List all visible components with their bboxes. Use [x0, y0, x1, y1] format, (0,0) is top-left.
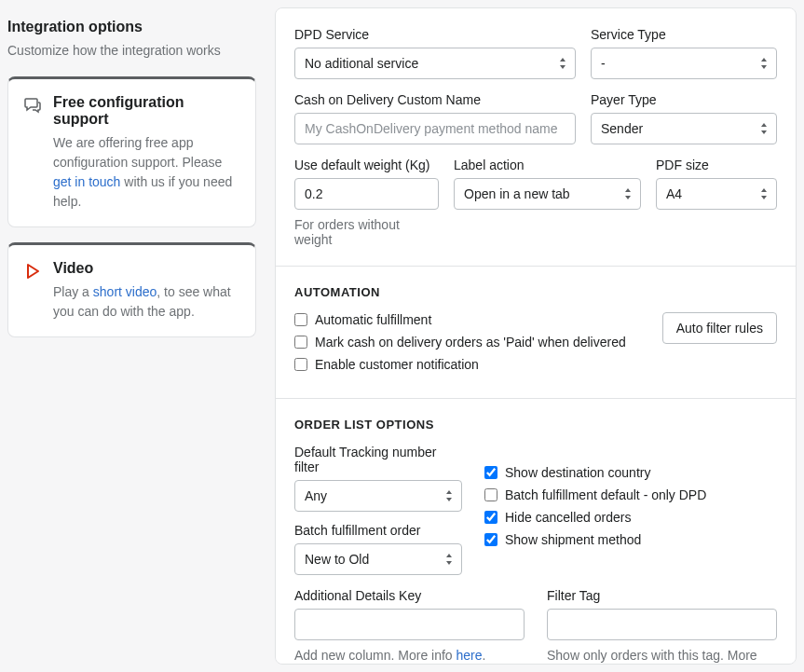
pdf-size-select[interactable]: A4 [656, 178, 777, 210]
show-destination-checkbox[interactable] [484, 466, 497, 479]
auto-fulfillment-label[interactable]: Automatic fulfillment [315, 312, 431, 327]
label-action-label: Label action [454, 158, 641, 172]
enable-notification-label[interactable]: Enable customer notification [315, 357, 479, 372]
cod-name-input[interactable] [294, 113, 576, 144]
hide-cancelled-label[interactable]: Hide cancelled orders [505, 510, 631, 525]
tracking-filter-label: Default Tracking number filter [294, 445, 462, 474]
filter-tag-link[interactable]: here [571, 663, 597, 665]
pdf-size-label: PDF size [656, 158, 777, 172]
divider [276, 398, 796, 399]
show-destination-label[interactable]: Show destination country [505, 465, 650, 480]
tracking-filter-select[interactable]: Any [294, 480, 462, 512]
auto-fulfillment-checkbox[interactable] [294, 313, 307, 326]
default-weight-input[interactable] [294, 178, 439, 210]
hide-cancelled-checkbox[interactable] [484, 511, 497, 524]
support-card: Free configuration support We are offeri… [7, 76, 256, 227]
additional-key-helper: Add new column. More info here. [294, 648, 525, 663]
filter-tag-input[interactable] [547, 609, 777, 640]
additional-key-link[interactable]: here [457, 648, 483, 663]
mark-paid-checkbox[interactable] [294, 336, 307, 349]
support-card-body: We are offering free app configuration s… [53, 133, 240, 212]
filter-tag-helper: Show only orders with this tag. More inf… [547, 648, 777, 665]
default-weight-label: Use default weight (Kg) [294, 158, 439, 172]
get-in-touch-link[interactable]: get in touch [53, 174, 120, 189]
additional-key-label: Additional Details Key [294, 588, 525, 603]
show-shipment-label[interactable]: Show shipment method [505, 532, 641, 547]
payer-type-select[interactable]: Sender [591, 113, 777, 144]
dpd-service-label: DPD Service [294, 27, 576, 42]
short-video-link[interactable]: short video [93, 284, 157, 299]
label-action-select[interactable]: Open in a new tab [454, 178, 641, 210]
filter-tag-label: Filter Tag [547, 588, 777, 603]
dpd-service-select[interactable]: No aditional service [294, 48, 576, 79]
automation-title: AUTOMATION [294, 285, 777, 299]
play-icon [23, 262, 42, 281]
sidebar: Integration options Customize how the in… [0, 0, 256, 672]
service-type-select[interactable]: - [591, 48, 777, 79]
page-subtitle: Customize how the integration works [7, 43, 256, 58]
support-card-title: Free configuration support [53, 94, 240, 128]
service-type-label: Service Type [591, 27, 777, 42]
enable-notification-checkbox[interactable] [294, 358, 307, 371]
video-card-body: Play a short video, to see what you can … [53, 282, 240, 322]
batch-dpd-label[interactable]: Batch fulfillment default - only DPD [505, 487, 706, 502]
divider [276, 266, 796, 267]
cod-name-label: Cash on Delivery Custom Name [294, 92, 576, 107]
main-panel: DPD Service No aditional service Service… [275, 7, 797, 665]
batch-order-select[interactable]: New to Old [294, 543, 462, 575]
order-list-title: ORDER LIST OPTIONS [294, 418, 777, 432]
batch-order-label: Batch fulfillment order [294, 523, 462, 538]
chat-icon [23, 96, 42, 115]
page-title: Integration options [7, 19, 256, 35]
auto-filter-rules-button[interactable]: Auto filter rules [662, 312, 777, 344]
additional-key-input[interactable] [294, 609, 525, 640]
video-card: Video Play a short video, to see what yo… [7, 242, 256, 337]
default-weight-helper: For orders without weight [294, 217, 439, 247]
mark-paid-label[interactable]: Mark cash on delivery orders as 'Paid' w… [315, 335, 626, 350]
batch-dpd-checkbox[interactable] [484, 488, 497, 501]
payer-type-label: Payer Type [591, 92, 777, 107]
show-shipment-checkbox[interactable] [484, 533, 497, 546]
video-card-title: Video [53, 260, 240, 277]
